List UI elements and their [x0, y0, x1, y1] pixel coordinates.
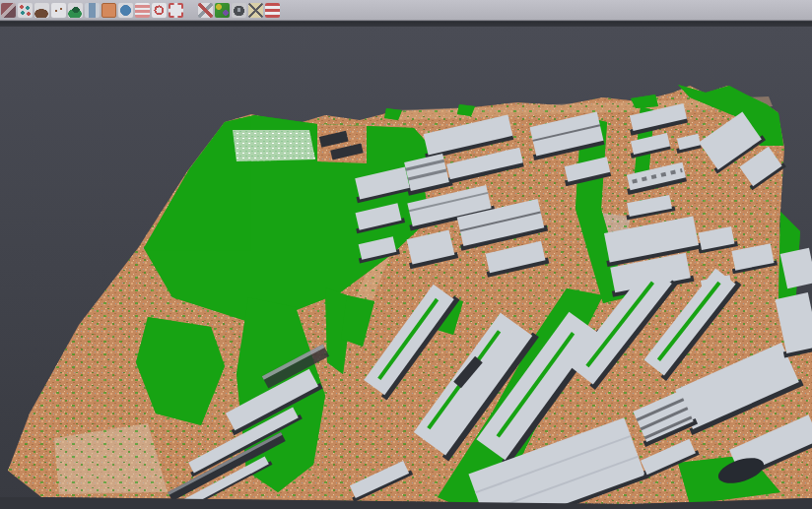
viewport-3d[interactable]	[0, 27, 812, 509]
history-icon[interactable]	[248, 3, 263, 18]
classification-colors-icon[interactable]	[215, 3, 230, 18]
greenhouse-area	[233, 124, 367, 163]
sparse-points-icon[interactable]	[51, 3, 66, 18]
layer-stripes-icon[interactable]	[265, 3, 280, 18]
orange-tile-icon[interactable]	[102, 3, 116, 18]
application-window	[0, 0, 812, 509]
crop-box-icon[interactable]	[169, 3, 183, 18]
classified-points-icon[interactable]	[18, 3, 33, 18]
snapshot-icon[interactable]	[232, 3, 246, 18]
pick-center-icon[interactable]	[152, 3, 167, 18]
profile-tool-icon[interactable]	[85, 3, 100, 18]
terrain-green-icon[interactable]	[68, 3, 83, 18]
terrain-brown-icon[interactable]	[34, 3, 49, 18]
red-list-icon[interactable]	[135, 3, 150, 18]
image-overlay-icon[interactable]	[198, 3, 213, 18]
open-cloud-icon[interactable]	[1, 3, 16, 18]
globe-icon[interactable]	[118, 3, 133, 18]
toolbar	[0, 0, 812, 21]
